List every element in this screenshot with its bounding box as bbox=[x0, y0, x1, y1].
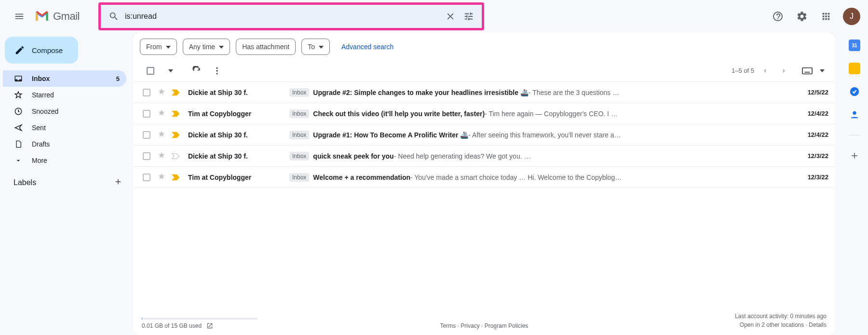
brand-text: Gmail bbox=[53, 10, 80, 23]
email-row[interactable]: Dickie at Ship 30 f.Inboxquick sneak pee… bbox=[133, 146, 835, 167]
refresh-button[interactable] bbox=[188, 62, 205, 80]
svg-point-7 bbox=[853, 111, 856, 115]
subject-line: InboxUpgrade #2: Simple changes to make … bbox=[289, 88, 790, 97]
sender: Tim at Copyblogger bbox=[188, 110, 289, 118]
snoozed-label: Snoozed bbox=[32, 107, 58, 115]
settings-button[interactable] bbox=[792, 6, 812, 27]
row-checkbox[interactable] bbox=[143, 89, 150, 96]
policies-link[interactable]: Program Policies bbox=[485, 322, 529, 329]
importance-marker[interactable] bbox=[172, 153, 180, 160]
search-input[interactable] bbox=[123, 12, 441, 21]
terms-link[interactable]: Terms bbox=[440, 322, 456, 329]
search-button[interactable] bbox=[105, 7, 123, 26]
plus-icon bbox=[114, 177, 122, 186]
snippet: - Tim here again — Copyblogger's CEO. I … bbox=[485, 110, 618, 118]
row-checkbox[interactable] bbox=[143, 152, 150, 160]
main-panel: From Any time Has attachment To Advanced… bbox=[133, 33, 835, 335]
row-checkbox[interactable] bbox=[143, 174, 150, 181]
input-tools-button[interactable] bbox=[799, 62, 816, 80]
star-icon bbox=[14, 91, 23, 99]
open-in-new-icon[interactable] bbox=[206, 322, 213, 329]
sidebar-item-more[interactable]: More bbox=[3, 152, 126, 169]
storage-bar bbox=[142, 318, 258, 320]
gear-icon bbox=[796, 11, 808, 22]
search-bar[interactable] bbox=[101, 5, 482, 28]
subject: Upgrade #2: Simple changes to make your … bbox=[313, 89, 528, 96]
importance-marker[interactable] bbox=[172, 174, 180, 181]
snippet: - You've made a smart choice today … Hi.… bbox=[410, 174, 622, 181]
details-link[interactable]: Details bbox=[809, 322, 827, 328]
refresh-icon bbox=[192, 66, 202, 76]
star-outline-icon bbox=[157, 87, 166, 96]
advanced-search-link[interactable]: Advanced search bbox=[341, 43, 393, 51]
select-all-checkbox[interactable] bbox=[142, 62, 159, 80]
tasks-addon[interactable] bbox=[849, 86, 860, 97]
next-page-button[interactable] bbox=[775, 62, 793, 80]
locations-link[interactable]: Open in 2 other locations bbox=[740, 322, 804, 328]
chip-from[interactable]: From bbox=[140, 39, 177, 55]
email-row[interactable]: Dickie at Ship 30 f.InboxUpgrade #2: Sim… bbox=[133, 82, 835, 103]
calendar-addon[interactable]: 31 bbox=[849, 40, 860, 51]
account-avatar[interactable]: J bbox=[843, 8, 860, 25]
get-addons-button[interactable] bbox=[849, 150, 860, 161]
inbox-tag: Inbox bbox=[289, 109, 309, 118]
more-actions-button[interactable] bbox=[208, 62, 226, 80]
header-actions: J bbox=[768, 6, 860, 27]
chip-hasattachment[interactable]: Has attachment bbox=[236, 39, 296, 55]
importance-marker[interactable] bbox=[172, 89, 180, 96]
sidebar-item-drafts[interactable]: Drafts bbox=[3, 136, 126, 152]
star-toggle[interactable] bbox=[157, 108, 166, 119]
date: 12/5/22 bbox=[795, 89, 828, 96]
star-toggle[interactable] bbox=[157, 172, 166, 182]
pencil-icon bbox=[14, 45, 25, 55]
row-checkbox[interactable] bbox=[143, 110, 150, 118]
inbox-label: Inbox bbox=[32, 75, 50, 82]
email-row[interactable]: Tim at CopybloggerInboxWelcome + a recom… bbox=[133, 167, 835, 188]
sidebar-item-snoozed[interactable]: Snoozed bbox=[3, 103, 126, 120]
sender: Tim at Copyblogger bbox=[188, 174, 289, 181]
keep-addon[interactable] bbox=[849, 63, 860, 74]
date: 12/3/22 bbox=[795, 174, 828, 181]
gmail-logo[interactable]: Gmail bbox=[35, 10, 80, 23]
sender: Dickie at Ship 30 f. bbox=[188, 152, 289, 160]
chip-anytime[interactable]: Any time bbox=[183, 39, 230, 55]
importance-marker[interactable] bbox=[172, 110, 180, 117]
star-toggle[interactable] bbox=[157, 151, 166, 161]
apps-button[interactable] bbox=[816, 6, 836, 27]
importance-marker[interactable] bbox=[172, 132, 180, 138]
star-toggle[interactable] bbox=[157, 130, 166, 140]
caret-down-icon bbox=[319, 46, 324, 49]
prev-page-button[interactable] bbox=[756, 62, 773, 80]
separator bbox=[849, 135, 860, 135]
email-row[interactable]: Dickie at Ship 30 f.InboxUpgrade #1: How… bbox=[133, 124, 835, 146]
compose-label: Compose bbox=[32, 46, 63, 54]
support-button[interactable] bbox=[768, 6, 788, 27]
chip-to[interactable]: To bbox=[301, 39, 330, 55]
close-icon bbox=[445, 11, 456, 22]
chevron-down-icon bbox=[14, 157, 23, 164]
subject: quick sneak peek for you bbox=[313, 152, 393, 160]
row-checkbox[interactable] bbox=[143, 131, 150, 139]
plus-icon bbox=[850, 151, 859, 161]
inbox-count: 5 bbox=[116, 75, 120, 82]
input-tools-dropdown[interactable] bbox=[818, 62, 827, 80]
email-list: Dickie at Ship 30 f.InboxUpgrade #2: Sim… bbox=[133, 82, 835, 188]
email-row[interactable]: Tim at CopybloggerInboxCheck out this vi… bbox=[133, 103, 835, 124]
compose-button[interactable]: Compose bbox=[5, 37, 78, 64]
star-toggle[interactable] bbox=[157, 87, 166, 97]
sender: Dickie at Ship 30 f. bbox=[188, 131, 289, 139]
activity-text: Last account activity: 0 minutes ago bbox=[598, 312, 827, 321]
add-label-button[interactable] bbox=[114, 177, 122, 188]
privacy-link[interactable]: Privacy bbox=[461, 322, 479, 329]
contacts-addon[interactable] bbox=[849, 109, 860, 121]
clear-search-button[interactable] bbox=[441, 7, 460, 26]
search-options-button[interactable] bbox=[460, 7, 478, 26]
subject: Upgrade #1: How To Become A Prolific Wri… bbox=[313, 131, 468, 139]
sidebar-item-inbox[interactable]: Inbox 5 bbox=[3, 70, 126, 87]
svg-point-1 bbox=[216, 67, 217, 68]
main-menu-button[interactable] bbox=[8, 5, 31, 28]
inbox-icon bbox=[14, 74, 23, 83]
sidebar-item-starred[interactable]: Starred bbox=[3, 87, 126, 103]
sidebar-item-sent[interactable]: Sent bbox=[3, 120, 126, 136]
select-dropdown[interactable] bbox=[162, 62, 179, 80]
